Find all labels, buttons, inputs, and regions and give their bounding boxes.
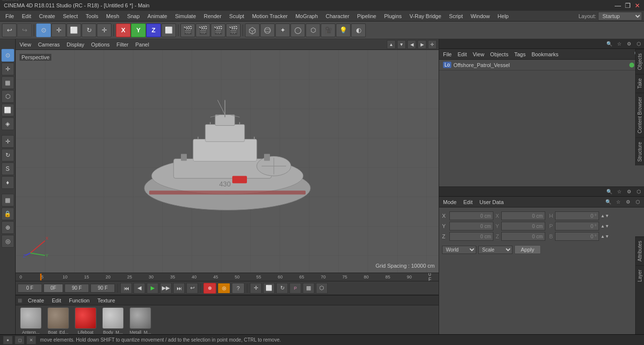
vtab-attributes[interactable]: Attributes bbox=[636, 236, 644, 265]
frame-end-input1[interactable] bbox=[65, 284, 89, 293]
mat-menu-edit[interactable]: Edit bbox=[50, 297, 63, 304]
status-icon-1[interactable]: ● bbox=[3, 336, 13, 345]
vp-nav-right[interactable]: ▶ bbox=[418, 40, 426, 49]
transport-loop[interactable]: ↩ bbox=[186, 283, 198, 294]
tl-layout-btn[interactable]: ⬡ bbox=[316, 283, 328, 294]
mat-menu-texture[interactable]: Texture bbox=[95, 297, 117, 304]
om-menu-file[interactable]: File bbox=[441, 50, 454, 58]
menu-help[interactable]: Help bbox=[494, 12, 512, 20]
frame-end-input2[interactable] bbox=[90, 284, 115, 293]
transport-prev-frame[interactable]: ◀ bbox=[133, 283, 145, 294]
render-vp-btn[interactable]: 🎬 bbox=[211, 23, 225, 37]
material-item-antenna[interactable]: Antenn... bbox=[19, 307, 43, 334]
mat-menu-create[interactable]: Create bbox=[26, 297, 46, 304]
coord-space-dropdown[interactable]: World Local bbox=[442, 246, 476, 254]
axis-x-btn[interactable]: X bbox=[116, 23, 131, 37]
menu-select[interactable]: Select bbox=[60, 12, 82, 20]
vtab-content-browser[interactable]: Content Browser bbox=[636, 92, 644, 137]
render-settings-btn[interactable]: 🎬 bbox=[226, 23, 241, 37]
mode-animate-btn[interactable]: ↻ bbox=[82, 23, 96, 37]
layout-dropdown[interactable]: Startup bbox=[598, 12, 642, 21]
axis-transform-btn[interactable]: ⬜ bbox=[161, 23, 176, 37]
transport-goto-start[interactable]: ⏮ bbox=[120, 283, 132, 294]
menu-simulate[interactable]: Simulate bbox=[172, 12, 200, 20]
record-btn[interactable]: ⊕ bbox=[203, 283, 216, 294]
close-btn[interactable]: ✕ bbox=[635, 2, 640, 9]
coord-p-val[interactable] bbox=[555, 222, 599, 230]
status-icon-3[interactable]: ✕ bbox=[26, 336, 36, 345]
menu-mograph[interactable]: MoGraph bbox=[292, 12, 321, 20]
render-sequence-btn[interactable]: 🎬 bbox=[196, 23, 210, 37]
mat-menu-function[interactable]: Function bbox=[67, 297, 91, 304]
tl-grid-btn[interactable]: ▦ bbox=[303, 283, 314, 294]
coord-b-val[interactable] bbox=[555, 232, 599, 241]
om-settings-btn[interactable]: ⚙ bbox=[624, 40, 633, 48]
vtab-layer[interactable]: Layer bbox=[636, 265, 644, 286]
om-star-btn[interactable]: ☆ bbox=[615, 40, 623, 48]
maximize-btn[interactable]: ❐ bbox=[625, 2, 631, 9]
menu-sculpt[interactable]: Sculpt bbox=[226, 12, 248, 20]
tl-rotate-btn[interactable]: ↻ bbox=[276, 283, 288, 294]
tl-select-btn[interactable]: ⬜ bbox=[263, 283, 275, 294]
vp-nav-left[interactable]: ◀ bbox=[407, 40, 416, 49]
sidebar-lock-tool[interactable]: 🔒 bbox=[1, 207, 14, 220]
frame-current-input[interactable] bbox=[44, 284, 63, 293]
coord-y-rot[interactable] bbox=[501, 222, 545, 230]
menu-vray[interactable]: V-Ray Bridge bbox=[406, 12, 445, 20]
vp-menu-panel[interactable]: Panel bbox=[133, 41, 151, 48]
menu-motion-tracker[interactable]: Motion Tracker bbox=[248, 12, 291, 20]
sidebar-rotate-tool[interactable]: ↻ bbox=[1, 149, 14, 161]
om-menu-tags[interactable]: Tags bbox=[512, 50, 528, 58]
vp-menu-cameras[interactable]: Cameras bbox=[36, 41, 62, 48]
sidebar-point-mode[interactable]: ▦ bbox=[1, 76, 14, 89]
vp-menu-options[interactable]: Options bbox=[89, 41, 111, 48]
material-item-boat[interactable]: Boat_Ed... bbox=[46, 307, 70, 334]
sidebar-snap-tool[interactable]: ⊕ bbox=[1, 221, 14, 234]
sidebar-brush-tool[interactable]: ♦ bbox=[1, 176, 14, 189]
sidebar-polygon-mode[interactable]: ⬜ bbox=[1, 104, 14, 116]
material-btn[interactable]: ◐ bbox=[351, 23, 366, 37]
mode-plugins-btn[interactable]: ✛ bbox=[97, 23, 111, 37]
transport-play[interactable]: ▶ bbox=[147, 283, 158, 294]
coord-transform-dropdown[interactable]: Scale Rotate bbox=[478, 246, 512, 254]
attr-menu-userdata[interactable]: User Data bbox=[478, 198, 506, 206]
sidebar-move-tool[interactable]: ✛ bbox=[1, 135, 14, 148]
coord-x-pos[interactable] bbox=[449, 211, 493, 220]
menu-tools[interactable]: Tools bbox=[82, 12, 102, 20]
attr-toolbar-search[interactable]: 🔍 bbox=[604, 198, 613, 207]
light-btn[interactable]: 💡 bbox=[336, 23, 351, 37]
sidebar-edge-mode[interactable]: ⬡ bbox=[1, 90, 14, 103]
spline-btn[interactable]: ✦ bbox=[275, 23, 290, 37]
tl-move-btn[interactable]: ✛ bbox=[250, 283, 262, 294]
material-item-body[interactable]: Body_M... bbox=[101, 307, 125, 334]
attr-menu-mode[interactable]: Mode bbox=[441, 198, 459, 206]
deform-btn[interactable]: ⬡ bbox=[306, 23, 320, 37]
render-frame-btn[interactable]: 🎬 bbox=[180, 23, 195, 37]
vp-nav-cross[interactable]: ✛ bbox=[428, 40, 437, 49]
vp-nav-up[interactable]: ▲ bbox=[387, 40, 396, 49]
coord-z-arrows[interactable]: ▲▼ bbox=[600, 232, 609, 241]
autokey-btn[interactable]: ◎ bbox=[218, 283, 230, 294]
coord-y-arrows[interactable]: ▲▼ bbox=[600, 222, 609, 230]
mode-model-btn[interactable]: ⊙ bbox=[36, 23, 51, 37]
axis-y-btn[interactable]: Y bbox=[131, 23, 146, 37]
vp-menu-view[interactable]: View bbox=[18, 41, 33, 48]
camera-btn[interactable]: 🎥 bbox=[321, 23, 335, 37]
material-item-lifeboat[interactable]: Lifeboat bbox=[73, 307, 98, 334]
minimize-btn[interactable]: — bbox=[615, 2, 621, 9]
coord-y-pos[interactable] bbox=[449, 222, 493, 230]
vp-nav-down[interactable]: ▼ bbox=[397, 40, 406, 49]
menu-plugins[interactable]: Plugins bbox=[380, 12, 405, 20]
sidebar-sculpt-mode[interactable]: ◈ bbox=[1, 117, 14, 130]
transport-goto-end[interactable]: ⏭ bbox=[173, 283, 185, 294]
menu-create[interactable]: Create bbox=[36, 12, 59, 20]
menu-snap[interactable]: Snap bbox=[124, 12, 143, 20]
apply-button[interactable]: Apply bbox=[514, 245, 541, 254]
menu-render[interactable]: Render bbox=[200, 12, 225, 20]
mode-texture-btn[interactable]: ✛ bbox=[51, 23, 66, 37]
coord-h-val[interactable] bbox=[555, 211, 599, 220]
help-btn[interactable]: ? bbox=[232, 283, 244, 294]
sidebar-texture-mode[interactable]: ✛ bbox=[1, 63, 14, 75]
attr-menu-edit[interactable]: Edit bbox=[462, 198, 475, 206]
om-menu-view[interactable]: View bbox=[471, 50, 487, 58]
